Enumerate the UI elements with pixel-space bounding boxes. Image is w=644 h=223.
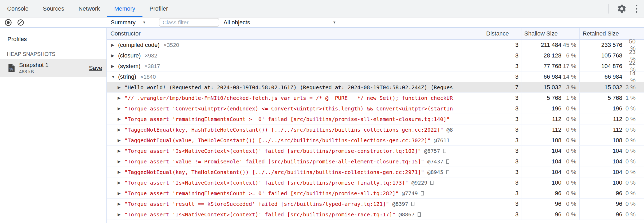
column-header-distance[interactable]: Distance <box>484 28 521 39</box>
retained-size-percent: 0 % <box>622 169 642 176</box>
column-header-constructor[interactable]: Constructor <box>107 30 484 37</box>
distance-cell: 3 <box>484 61 521 71</box>
column-header-shallow-size[interactable]: Shallow Size <box>521 28 579 39</box>
constructor-cell: ▶ "Torque assert 'Convert<uintptr>(endIn… <box>107 103 484 114</box>
profiles-title: Profiles <box>7 36 27 43</box>
table-row[interactable]: ▶ "Torque assert 'remainingElementsCount… <box>107 114 644 124</box>
shallow-size-cell: 66 984 14 % <box>521 72 579 82</box>
table-row[interactable]: ▶ "Hello world! (Requested at: 2024-08-1… <box>107 82 644 93</box>
perspective-select-label: Summary <box>111 19 136 26</box>
sidebar-item-snapshot-1[interactable]: % Snapshot 1 468 kB Save <box>0 59 106 77</box>
retained-size-cell: 196 0 % <box>579 103 642 114</box>
table-row[interactable]: ▶ "TaggedNotEqual(value, TheHoleConstant… <box>107 135 644 146</box>
retained-size-value: 100 <box>580 179 622 186</box>
table-row[interactable]: ▶ (closure) ×982 3 28 128 6 % 105 768 23… <box>107 50 644 61</box>
distance-cell: 3 <box>484 167 521 177</box>
constructor-name: "TaggedNotEqual(key, TheHoleConstant()) … <box>124 169 424 175</box>
disclosure-triangle-icon[interactable]: ▶ <box>111 53 118 58</box>
shallow-size-cell: 96 0 % <box>521 188 579 198</box>
disclosure-triangle-icon[interactable]: ▶ <box>118 106 124 111</box>
tab-network[interactable]: Network <box>71 0 107 17</box>
object-id: @7611 <box>434 137 450 144</box>
tab-sources[interactable]: Sources <box>36 0 71 17</box>
disclosure-triangle-icon[interactable]: ▶ <box>118 96 124 100</box>
table-row[interactable]: ▶ "Torque assert 'value != PromiseHole' … <box>107 156 644 167</box>
record-heap-snapshot-button[interactable] <box>4 19 12 26</box>
tab-memory[interactable]: Memory <box>107 0 142 17</box>
distance-cell: 3 <box>484 135 521 145</box>
table-row[interactable]: ▶ "Torque assert 'Is<NativeContext>(cont… <box>107 177 644 188</box>
instance-count: ×3817 <box>144 63 160 69</box>
object-id: @7749 <box>402 190 418 197</box>
constructor-name: (compiled code) <box>118 42 160 48</box>
shallow-size-percent: 0 % <box>561 148 579 154</box>
table-row[interactable]: ▼ (string) ×1840 3 66 984 14 % 66 984 14… <box>107 72 644 82</box>
snapshot-meta: Snapshot 1 468 kB <box>19 62 89 75</box>
table-row[interactable]: ▶ (system) ×3817 3 77 768 17 % 104 876 2… <box>107 61 644 72</box>
column-header-retained-size[interactable]: Retained Size <box>579 28 642 39</box>
more-options-button[interactable] <box>629 1 644 16</box>
table-row[interactable]: ▶ "Torque assert 'Is<NativeContext>(cont… <box>107 146 644 156</box>
table-row[interactable]: ▶ "TaggedNotEqual(key, TheHoleConstant()… <box>107 167 644 177</box>
tab-console[interactable]: Console <box>0 0 36 17</box>
retained-size-percent: 0 % <box>622 211 642 218</box>
object-id: @8 <box>446 127 453 133</box>
table-row[interactable]: ▶ "Torque assert 'Convert<uintptr>(endIn… <box>107 103 644 114</box>
heap-snapshot-icon: % <box>8 64 15 72</box>
disclosure-triangle-icon[interactable]: ▶ <box>118 138 124 143</box>
disclosure-triangle-icon[interactable]: ▶ <box>118 159 124 164</box>
table-row[interactable]: ▶ "// .wrangler/tmp/bundle-FmNIt0/checke… <box>107 93 644 103</box>
disclosure-triangle-icon[interactable]: ▶ <box>118 191 124 196</box>
retained-size-percent: 14 % <box>622 70 642 84</box>
distance-cell: 3 <box>484 199 521 209</box>
disclosure-triangle-icon[interactable]: ▶ <box>118 180 124 185</box>
disclosure-triangle-icon[interactable]: ▶ <box>118 202 124 206</box>
constructor-cell: ▶ "// .wrangler/tmp/bundle-FmNIt0/checke… <box>107 93 484 103</box>
retained-size-cell: 100 0 % <box>579 177 642 188</box>
shallow-size-cell: 5 768 1 % <box>521 93 579 103</box>
table-row[interactable]: ▶ "Torque assert 'Is<NativeContext>(cont… <box>107 209 644 220</box>
disclosure-triangle-icon[interactable]: ▶ <box>118 117 124 122</box>
disclosure-triangle-icon[interactable]: ▶ <box>111 64 118 69</box>
class-filter-input[interactable] <box>159 18 219 27</box>
disclosure-triangle-icon[interactable]: ▶ <box>118 170 124 175</box>
retained-size-value: 96 <box>580 190 622 197</box>
shallow-size-cell: 96 0 % <box>521 199 579 209</box>
retained-size-cell: 96 0 % <box>579 199 642 209</box>
disclosure-triangle-icon[interactable]: ▶ <box>118 149 124 153</box>
table-row[interactable]: ▶ "Torque assert 'result == kStoreSucced… <box>107 199 644 209</box>
disclosure-triangle-icon[interactable]: ▶ <box>118 127 124 132</box>
disclosure-triangle-icon[interactable]: ▶ <box>118 85 124 90</box>
disclosure-triangle-icon[interactable]: ▶ <box>111 43 118 47</box>
disclosure-triangle-icon[interactable]: ▶ <box>118 212 124 217</box>
disclosure-triangle-icon[interactable]: ▼ <box>111 74 118 79</box>
shallow-size-value: 108 <box>521 137 561 144</box>
perspective-select[interactable]: Summary ▼ <box>111 17 146 27</box>
devtools-tab-bar: Console Sources Network Memory Profiler <box>0 0 644 17</box>
save-snapshot-link[interactable]: Save <box>89 65 102 72</box>
settings-button[interactable] <box>614 1 629 16</box>
retained-size-cell: 112 0 % <box>579 114 642 124</box>
table-row[interactable]: ▶ "Torque assert 'remainingElementsCount… <box>107 188 644 199</box>
table-row[interactable]: ▶ (compiled code) ×3520 3 211 484 45 % 2… <box>107 40 644 50</box>
retained-size-value: 15 032 <box>580 84 622 91</box>
objects-scope-select[interactable]: All objects ▼ <box>223 17 336 27</box>
retained-size-value: 104 876 <box>580 63 622 70</box>
tab-profiler[interactable]: Profiler <box>142 0 175 17</box>
missing-glyph-box-icon <box>411 202 414 206</box>
shallow-size-percent: 1 % <box>561 95 579 101</box>
shallow-size-value: 196 <box>521 105 561 112</box>
retained-size-value: 233 576 <box>580 42 622 48</box>
tabbar-right-controls <box>608 0 644 17</box>
constructor-cell: ▶ "Torque assert 'remainingElementsCount… <box>107 114 484 124</box>
shallow-size-percent: 14 % <box>561 73 579 80</box>
table-row[interactable]: ▶ "TaggedNotEqual(key, HashTableHoleCons… <box>107 124 644 135</box>
retained-size-value: 112 <box>580 126 622 133</box>
shallow-size-percent: 6 % <box>561 52 579 59</box>
object-id: @8945 <box>427 169 443 175</box>
object-id: @6757 <box>424 148 440 154</box>
clear-profiles-button[interactable] <box>17 19 24 26</box>
constructor-name: (system) <box>118 63 140 70</box>
retained-size-value: 5 768 <box>580 95 622 101</box>
chevron-down-icon: ▼ <box>142 20 146 24</box>
